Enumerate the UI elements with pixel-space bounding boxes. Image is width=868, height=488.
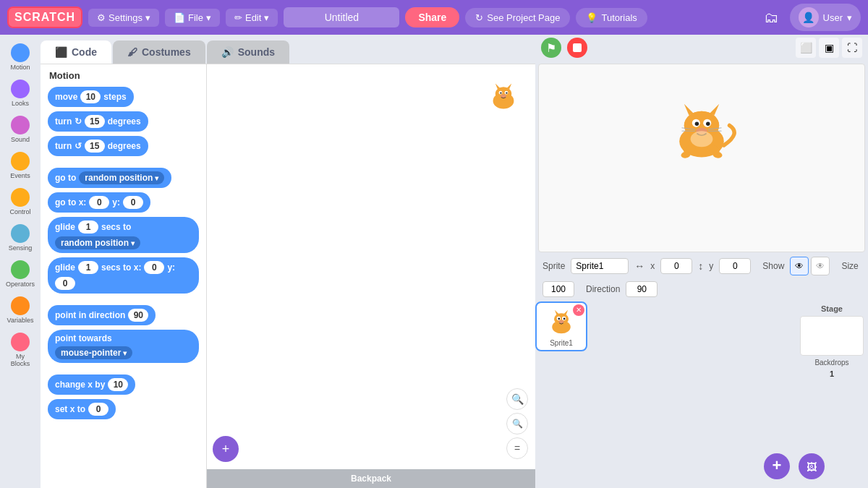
arrow-x-icon: ↔	[634, 260, 644, 272]
scratch-logo: SCRATCH	[7, 7, 82, 28]
sidebar-item-operators[interactable]: Operators	[1, 257, 39, 291]
sidebar-item-looks[interactable]: Looks	[1, 77, 39, 110]
tab-costumes[interactable]: 🖌 Costumes	[113, 40, 205, 64]
stage-area	[538, 64, 865, 252]
refresh-icon: ↻	[475, 12, 483, 23]
chevron-down-icon: ▾	[264, 12, 269, 23]
sidebar-item-control[interactable]: Control	[1, 185, 39, 218]
see-project-button[interactable]: ↻ See Project Page	[465, 8, 570, 27]
block-turn-ccw[interactable]: turn ↺ 15 degrees	[48, 136, 148, 156]
sensing-circle	[11, 224, 30, 243]
show-visible-button[interactable]: 👁	[790, 257, 809, 275]
eye-closed-icon: 👁	[816, 261, 825, 271]
block-move[interactable]: move 10 steps	[48, 87, 134, 107]
block-glide-xy[interactable]: glide 1 secs to x: 0 y: 0	[48, 257, 199, 294]
sprite-direction-input[interactable]	[626, 281, 658, 297]
add-backdrop-button[interactable]: 🖼	[799, 453, 825, 482]
share-button[interactable]: Share	[405, 7, 459, 27]
add-extension-button[interactable]: +	[213, 436, 239, 462]
sidebar-item-my-blocks[interactable]: My Blocks	[1, 330, 39, 370]
tab-code[interactable]: ⬛ Code	[41, 40, 111, 64]
stage-controls: ⚑ ⬜ ▣ ⛶	[535, 35, 868, 61]
block-goto[interactable]: go to random position	[48, 168, 171, 188]
svg-point-34	[558, 317, 560, 320]
tabs-row: ⬛ Code 🖌 Costumes 🔊 Sounds	[41, 35, 535, 64]
normal-view-button[interactable]: ⬜	[796, 38, 816, 58]
user-button[interactable]: 👤 User ▾	[790, 4, 861, 31]
settings-button[interactable]: ⚙ Settings ▾	[88, 9, 159, 27]
plus-icon: +	[222, 442, 230, 457]
svg-point-6	[500, 92, 501, 93]
settings-icon: ⚙	[97, 12, 106, 23]
sprite-size-input[interactable]	[542, 281, 574, 297]
block-change-x[interactable]: change x by 10	[48, 374, 135, 395]
zoom-reset-button[interactable]: =	[506, 437, 528, 459]
sidebar-item-motion[interactable]: Motion	[1, 40, 39, 74]
events-circle	[11, 152, 30, 171]
sprite-y-input[interactable]	[719, 258, 751, 274]
flag-icon: ⚑	[546, 41, 556, 55]
block-set-x[interactable]: set x to 0	[48, 399, 116, 419]
costume-icon: 🖌	[127, 46, 137, 58]
sidebar-item-variables[interactable]: Variables	[1, 294, 39, 327]
block-goto-xy[interactable]: go to x: 0 y: 0	[48, 192, 150, 213]
fullscreen-button[interactable]: ⛶	[842, 38, 862, 58]
green-flag-button[interactable]: ⚑	[541, 38, 561, 58]
stop-icon	[573, 43, 582, 52]
block-turn-cw[interactable]: turn ↻ 15 degrees	[48, 111, 148, 132]
sound-icon: 🔊	[221, 46, 234, 58]
svg-point-36	[558, 320, 563, 323]
stage-cat-svg	[662, 98, 741, 161]
svg-marker-30	[555, 309, 559, 314]
zoom-in-button[interactable]: 🔍	[506, 388, 528, 410]
sprite-item-sprite1[interactable]: ✕	[535, 301, 587, 351]
chevron-down-icon: ▾	[145, 12, 150, 23]
sprite-list: ✕	[535, 301, 796, 489]
block-glide-to[interactable]: glide 1 secs to random position	[48, 217, 199, 253]
looks-circle	[11, 80, 30, 98]
sprite-x-input[interactable]	[660, 258, 692, 274]
tab-sounds[interactable]: 🔊 Sounds	[207, 40, 289, 64]
code-icon: ⬛	[55, 46, 67, 58]
blocks-palette: Motion move 10 steps turn ↻ 15 degrees t…	[41, 64, 207, 488]
big-stage-button[interactable]: ▣	[819, 38, 839, 58]
file-button[interactable]: 📄 File ▾	[165, 9, 220, 27]
chevron-down-icon: ▾	[847, 12, 852, 23]
add-backdrop-icon: 🖼	[799, 453, 825, 479]
delete-sprite-button[interactable]: ✕	[573, 304, 584, 316]
sprite-item-label: Sprite1	[550, 339, 573, 347]
svg-point-7	[506, 92, 507, 93]
sprite-thumb-svg	[547, 307, 576, 336]
block-point-direction[interactable]: point in direction 90	[48, 305, 156, 325]
svg-marker-2	[495, 83, 500, 89]
block-point-towards[interactable]: point towards mouse-pointer	[48, 330, 199, 363]
add-sprite-icon: +	[764, 453, 790, 479]
sound-circle	[11, 116, 30, 134]
tutorials-button[interactable]: 💡 Tutorials	[576, 8, 647, 27]
zoom-controls: 🔍 🔍 =	[506, 388, 528, 459]
edit-button[interactable]: ✏ Edit ▾	[226, 9, 278, 27]
sidebar-item-sound[interactable]: Sound	[1, 113, 39, 146]
svg-text:🖼: 🖼	[807, 461, 817, 473]
normal-view-icon: ⬜	[800, 42, 812, 53]
blocks-title: Motion	[48, 70, 199, 81]
zoom-in-icon: 🔍	[511, 393, 524, 405]
backpack-bar[interactable]: Backpack	[207, 469, 535, 488]
blocks-and-canvas: Motion move 10 steps turn ↻ 15 degrees t…	[41, 64, 535, 488]
add-sprite-button[interactable]: +	[764, 453, 790, 482]
stage-mini-preview[interactable]	[800, 316, 864, 356]
zoom-out-button[interactable]: 🔍	[506, 413, 528, 435]
lightbulb-icon: 💡	[586, 12, 597, 23]
sidebar-item-sensing[interactable]: Sensing	[1, 221, 39, 254]
sidebar-item-events[interactable]: Events	[1, 149, 39, 182]
chevron-down-icon: ▾	[206, 12, 211, 23]
show-hidden-button[interactable]: 👁	[811, 257, 830, 275]
svg-point-27	[691, 132, 713, 147]
canvas-sprite-thumbnail	[486, 79, 521, 114]
project-title-input[interactable]	[284, 7, 399, 27]
svg-point-16	[695, 122, 699, 127]
folder-button[interactable]: 🗂	[758, 7, 784, 29]
sprite-name-input[interactable]	[571, 258, 629, 274]
stop-button[interactable]	[567, 38, 587, 58]
variables-circle	[11, 296, 30, 315]
